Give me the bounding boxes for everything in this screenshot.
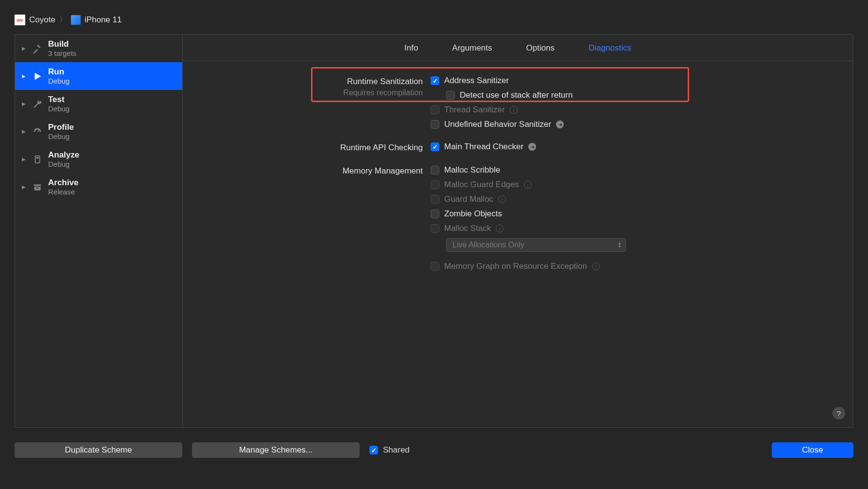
svg-rect-1 <box>36 157 39 158</box>
checkbox-undefined-behavior[interactable] <box>431 120 439 129</box>
section-runtime-api-label: Runtime API Checking <box>202 143 423 153</box>
sidebar-item-title: Analyze <box>48 150 79 160</box>
disclosure-icon[interactable]: ▶ <box>22 129 27 134</box>
info-icon[interactable]: i <box>592 262 600 270</box>
checkbox-malloc-guard-edges <box>431 180 439 189</box>
disclosure-icon[interactable]: ▶ <box>22 101 27 106</box>
project-icon: we <box>15 15 25 25</box>
option-thread-sanitizer: Thread Sanitizer <box>444 105 505 115</box>
sidebar-item-title: Test <box>48 95 69 105</box>
arrow-right-icon[interactable]: ➜ <box>556 121 564 128</box>
checkbox-detect-stack[interactable] <box>446 91 455 100</box>
info-icon[interactable]: i <box>510 106 518 114</box>
breadcrumb: we Coyote 〉 iPhone 11 <box>15 15 853 25</box>
sidebar-item-profile[interactable]: ▶ Profile Debug <box>15 118 182 145</box>
footer: Duplicate Scheme Manage Schemes... Share… <box>15 442 853 458</box>
option-zombie-objects: Zombie Objects <box>444 209 502 219</box>
sidebar-item-subtitle: Debug <box>48 160 79 168</box>
content-panel: Info Arguments Options Diagnostics Runti… <box>183 35 853 427</box>
section-memory-label: Memory Management <box>202 166 423 176</box>
option-memory-graph: Memory Graph on Resource Exception <box>444 262 587 271</box>
arrow-right-icon[interactable]: ➜ <box>528 143 536 151</box>
disclosure-icon[interactable]: ▶ <box>22 73 27 79</box>
tab-options[interactable]: Options <box>526 43 555 53</box>
section-runtime-sanitization-sublabel: Requires recompilation <box>202 88 423 97</box>
sidebar-item-build[interactable]: ▶ Build 3 targets <box>15 35 182 62</box>
checkbox-thread-sanitizer <box>431 105 439 114</box>
checkbox-shared[interactable] <box>369 446 378 454</box>
disclosure-icon[interactable]: ▶ <box>22 184 27 190</box>
sidebar-item-title: Archive <box>48 178 78 188</box>
wrench-icon <box>32 98 43 110</box>
info-icon[interactable]: i <box>524 181 532 189</box>
chevron-right-icon: 〉 <box>59 15 67 25</box>
sidebar-item-subtitle: Debug <box>48 105 69 113</box>
svg-rect-0 <box>35 156 39 163</box>
device-icon <box>71 15 81 25</box>
select-malloc-stack-mode: Live Allocations Only ▲▼ <box>446 238 626 252</box>
close-button[interactable]: Close <box>772 442 853 458</box>
shared-label: Shared <box>383 445 410 455</box>
option-undefined-behavior: Undefined Behavior Sanitizer <box>444 120 551 129</box>
sidebar: ▶ Build 3 targets ▶ Run Debug <box>15 35 183 427</box>
section-runtime-sanitization-label: Runtime Sanitization <box>202 77 423 87</box>
help-button[interactable]: ? <box>833 407 845 419</box>
disclosure-icon[interactable]: ▶ <box>22 46 27 51</box>
checkbox-address-sanitizer[interactable] <box>431 76 439 85</box>
manage-schemes-button[interactable]: Manage Schemes... <box>192 442 360 458</box>
main-panel: ▶ Build 3 targets ▶ Run Debug <box>15 34 853 428</box>
checkbox-guard-malloc <box>431 195 439 204</box>
analyze-icon <box>32 154 43 165</box>
archive-icon <box>32 181 43 193</box>
checkbox-memory-graph <box>431 262 439 271</box>
sidebar-item-subtitle: 3 targets <box>48 49 76 57</box>
option-malloc-stack: Malloc Stack <box>444 224 491 233</box>
sidebar-item-subtitle: Debug <box>48 132 74 140</box>
info-icon[interactable]: i <box>498 195 506 203</box>
sidebar-item-title: Profile <box>48 122 74 132</box>
hammer-icon <box>32 43 43 54</box>
sidebar-item-title: Run <box>48 67 69 77</box>
option-malloc-scribble: Malloc Scribble <box>444 165 500 175</box>
sidebar-item-analyze[interactable]: ▶ Analyze Debug <box>15 145 182 173</box>
gauge-icon <box>32 126 43 138</box>
play-icon <box>32 70 43 82</box>
select-arrows-icon: ▲▼ <box>618 242 622 248</box>
tabs: Info Arguments Options Diagnostics <box>183 35 853 61</box>
option-detect-stack: Detect use of stack after return <box>460 90 573 100</box>
tab-arguments[interactable]: Arguments <box>452 43 492 53</box>
sidebar-item-title: Build <box>48 39 76 49</box>
select-value: Live Allocations Only <box>452 241 524 249</box>
sidebar-item-test[interactable]: ▶ Test Debug <box>15 90 182 118</box>
duplicate-scheme-button[interactable]: Duplicate Scheme <box>15 442 182 458</box>
checkbox-zombie-objects[interactable] <box>431 210 439 218</box>
sidebar-item-run[interactable]: ▶ Run Debug <box>15 62 182 90</box>
disclosure-icon[interactable]: ▶ <box>22 157 27 162</box>
option-address-sanitizer: Address Sanitizer <box>444 76 509 86</box>
info-icon[interactable]: i <box>496 225 503 232</box>
tab-diagnostics[interactable]: Diagnostics <box>589 43 631 53</box>
sidebar-item-subtitle: Release <box>48 188 78 196</box>
option-main-thread-checker: Main Thread Checker <box>444 142 523 152</box>
option-malloc-guard-edges: Malloc Guard Edges <box>444 180 519 190</box>
breadcrumb-project[interactable]: Coyote <box>29 15 55 25</box>
option-guard-malloc: Guard Malloc <box>444 194 493 204</box>
checkbox-malloc-stack <box>431 224 439 233</box>
checkbox-main-thread-checker[interactable] <box>431 142 439 151</box>
checkbox-malloc-scribble[interactable] <box>431 166 439 175</box>
breadcrumb-device[interactable]: iPhone 11 <box>85 15 122 25</box>
tab-info[interactable]: Info <box>404 43 418 53</box>
sidebar-item-subtitle: Debug <box>48 77 69 85</box>
sidebar-item-archive[interactable]: ▶ Archive Release <box>15 173 182 201</box>
